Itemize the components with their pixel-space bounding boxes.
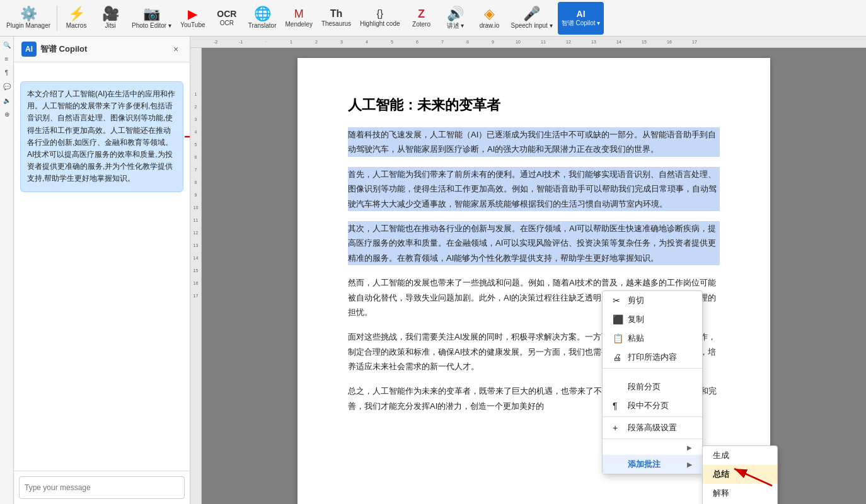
copilot-title-text: 智谱 Copilot [40,43,87,55]
paragraph-1[interactable]: 随着科技的飞速发展，人工智能（AI）已逐渐成为我们生活中不可或缺的一部分。从智能… [348,127,720,157]
context-menu-add-comment[interactable]: + 段落高级设置 [603,418,702,437]
para-no-split-label: 段前分页 [628,381,661,392]
copilot-close-button[interactable]: × [170,43,182,55]
ruler-tick: 13 [581,40,606,44]
context-menu-para-no-split[interactable]: 段前分页 [603,377,702,396]
plugin-manager-icon: ⚙️ [20,7,37,21]
ruler-tick: -2 [203,40,228,44]
photo-editor-icon: 📷 [143,7,160,21]
copy-icon: ⬛ [613,314,623,324]
copilot-content: 本文介绍了人工智能(AI)在生活中的应用和作用。人工智能的发展带来了许多便利,包… [14,62,190,471]
toolbar-highlight-code[interactable]: {} Highlight code [356,2,403,35]
ruler-tick: 11 [531,40,556,44]
ruler-tick: 12 [556,40,581,44]
submenu-explain[interactable]: 解释 [703,484,777,503]
draw-io-icon: ◈ [484,7,495,21]
document-title: 人工智能：未来的变革者 [348,96,720,115]
toolbar-speech[interactable]: 🔊 讲述 ▾ [439,2,472,35]
ruler-tick: 5 [379,40,405,44]
left-icon-nav[interactable]: ≡ [1,53,13,64]
ruler-mark: 1 [190,92,201,105]
submenu: 生成 总结 解释 翻译 清除对话历史 [702,445,778,504]
speech-label: 讲述 ▾ [447,22,465,30]
paragraph-3[interactable]: 其次，人工智能也在推动各行业的创新与发展。在医疗领域，AI可以帮助医生快速准确地… [348,221,720,265]
ruler-mark: 10 [190,205,201,218]
toolbar-photo-editor[interactable]: 📷 Photo Editor ▾ [128,2,175,35]
context-menu-zhipu-copilot[interactable]: 添加批注 [603,455,702,474]
ruler-tick: 2 [304,40,329,44]
context-menu-cut[interactable]: ✂ 剪切 [603,291,702,310]
ruler-ticks: -2 -1 · 1 2 3 4 5 6 7 8 9 10 11 12 13 14… [203,40,707,44]
ruler-tick: 1 [279,40,304,44]
toolbar-speech-input[interactable]: 🎤 Speech input ▾ [507,2,557,35]
ruler-tick: 16 [657,40,682,44]
ruler-mark: 9 [190,193,201,205]
ruler-mark: 5 [190,142,201,155]
copilot-input[interactable] [19,476,185,499]
context-menu-para-split[interactable] [603,370,702,377]
submenu-generate[interactable]: 生成 [703,446,777,465]
toolbar-copilot[interactable]: AI 智谱 Copilot ▾ [558,2,604,35]
toolbar-zotero[interactable]: Z Zotero [405,2,438,35]
left-icon-settings[interactable]: ⊕ [1,108,13,120]
toolbar-jitsi[interactable]: 🎥 Jitsi [94,2,127,35]
ruler-tick: -1 [228,40,253,44]
mendeley-icon: M [294,8,304,20]
left-icon-search[interactable]: 🔍 [1,39,13,50]
toolbar-mendeley[interactable]: M Mendeley [282,2,316,35]
copilot-menu-label: 添加批注 [628,459,661,470]
document-area[interactable]: -2 -1 · 1 2 3 4 5 6 7 8 9 10 11 12 13 14… [190,37,866,504]
ruler-tick: 3 [329,40,354,44]
toolbar-thesaurus[interactable]: Th Thesaurus [318,2,355,35]
ruler-mark: 14 [190,256,201,268]
speech-input-label: Speech input ▾ [511,22,553,30]
context-menu-copy[interactable]: ⬛ 复制 [603,310,702,329]
paragraph-2[interactable]: 首先，人工智能为我们带来了前所未有的便利。通过AI技术，我们能够实现语音识别、自… [348,167,720,211]
copy-label: 复制 [628,314,644,325]
print-icon: 🖨 [613,352,623,362]
context-menu-paste[interactable]: 📋 粘贴 [603,329,702,348]
toolbar-plugin-manager[interactable]: ⚙️ Plugin Manager [3,2,54,35]
context-menu-format-as-style[interactable] [603,440,702,455]
ruler-mark: 15 [190,268,201,281]
add-comment-label: 段落高级设置 [628,422,677,433]
toolbar-youtube[interactable]: ▶ YouTube [176,2,209,35]
ruler-mark: 12 [190,231,201,243]
cut-label: 剪切 [628,295,644,306]
ruler-tick: 10 [505,40,531,44]
plugin-manager-label: Plugin Manager [6,22,50,30]
jitsi-label: Jitsi [105,22,115,30]
ruler-mark: 3 [190,117,201,130]
context-menu-print-selection[interactable]: 🖨 打印所选内容 [603,348,702,367]
copilot-message: 本文介绍了人工智能(AI)在生活中的应用和作用。人工智能的发展带来了许多便利,包… [20,81,183,192]
context-menu-para-advanced[interactable]: ¶ 段中不分页 [603,396,702,415]
ruler-tick: 4 [354,40,379,44]
left-icon-comment[interactable]: 💬 [1,81,13,92]
ruler-tick: · [253,40,279,44]
copilot-toolbar-icon: AI [577,9,586,18]
draw-io-label: draw.io [480,22,500,30]
macros-icon: ⚡ [68,7,85,21]
speech-input-icon: 🎤 [523,7,540,21]
para-advanced-icon: ¶ [613,401,623,411]
ruler-tick: 9 [480,40,505,44]
photo-editor-label: Photo Editor ▾ [132,22,171,30]
toolbar-macros[interactable]: ⚡ Macros [60,2,93,35]
translator-icon: 🌐 [254,7,271,21]
submenu-summary[interactable]: 总结 [703,465,777,484]
thesaurus-label: Thesaurus [321,20,351,28]
toolbar-translator[interactable]: 🌐 Translator [245,2,280,35]
ocr-icon: OCR [217,9,236,18]
paste-icon: 📋 [613,333,623,343]
left-icon-format[interactable]: ¶ [1,67,13,78]
copilot-ai-icon: AI [21,42,37,57]
youtube-icon: ▶ [188,8,197,20]
copilot-input-area [14,471,190,504]
jitsi-icon: 🎥 [102,7,119,21]
zotero-icon: Z [418,8,425,20]
toolbar-draw-io[interactable]: ◈ draw.io [473,2,506,35]
left-icon-audio[interactable]: 🔈 [1,94,13,106]
toolbar-ocr[interactable]: OCR OCR [211,2,243,35]
ruler-tick: 7 [430,40,455,44]
main-layout: 🔍 ≡ ¶ 💬 🔈 ⊕ AI 智谱 Copilot × 本文介绍了人工智能(AI… [0,37,866,504]
